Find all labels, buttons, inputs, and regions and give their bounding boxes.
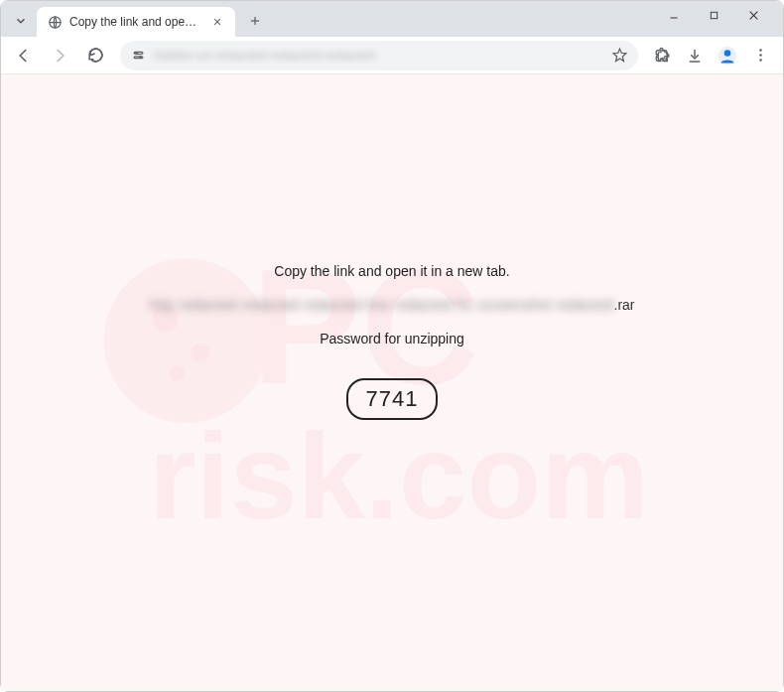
extensions-icon[interactable] [652,45,674,67]
maximize-button[interactable] [700,1,727,29]
tab-title: Copy the link and open it in a n [69,15,202,29]
svg-point-11 [135,53,137,55]
download-link-suffix: .rar [614,297,635,313]
svg-point-16 [724,50,731,57]
back-button[interactable] [9,41,39,70]
globe-icon [47,14,63,30]
downloads-icon[interactable] [684,45,706,67]
chevron-down-icon [11,11,31,31]
page-content-area: PC risk.com Copy the link and open it in… [1,74,783,691]
svg-marker-13 [613,49,626,61]
svg-rect-6 [711,12,717,18]
svg-point-17 [759,49,762,52]
new-tab-button[interactable] [241,7,269,35]
watermark-bottom-text: risk.com [149,408,649,544]
password-label: Password for unzipping [320,331,464,346]
url-text: hidden-url-redacted-redacted-redacted [154,48,602,63]
close-window-button[interactable] [739,1,767,29]
forward-button[interactable] [45,41,74,70]
close-icon[interactable] [209,14,225,30]
site-settings-icon[interactable] [130,48,146,64]
browser-window: Copy the link and open it in a n [0,0,784,692]
browser-tab[interactable]: Copy the link and open it in a n [37,7,235,37]
browser-toolbar: hidden-url-redacted-redacted-redacted [1,37,783,74]
password-value: 7741 [346,378,439,420]
menu-button[interactable] [749,45,771,67]
bookmark-star-icon[interactable] [610,47,628,65]
profile-avatar[interactable] [716,44,739,68]
svg-point-18 [759,54,762,57]
svg-point-19 [759,59,762,62]
titlebar: Copy the link and open it in a n [1,1,783,37]
download-link-blurred: http redacted redacted redacted line red… [150,297,614,313]
minimize-button[interactable] [660,1,688,29]
address-bar[interactable]: hidden-url-redacted-redacted-redacted [120,41,638,70]
download-link-line: http redacted redacted redacted line red… [150,297,635,313]
svg-point-12 [139,57,141,59]
tab-search-dropdown[interactable] [9,11,37,37]
window-controls [660,1,775,37]
reload-button[interactable] [80,41,110,70]
instruction-text: Copy the link and open it in a new tab. [274,263,509,279]
